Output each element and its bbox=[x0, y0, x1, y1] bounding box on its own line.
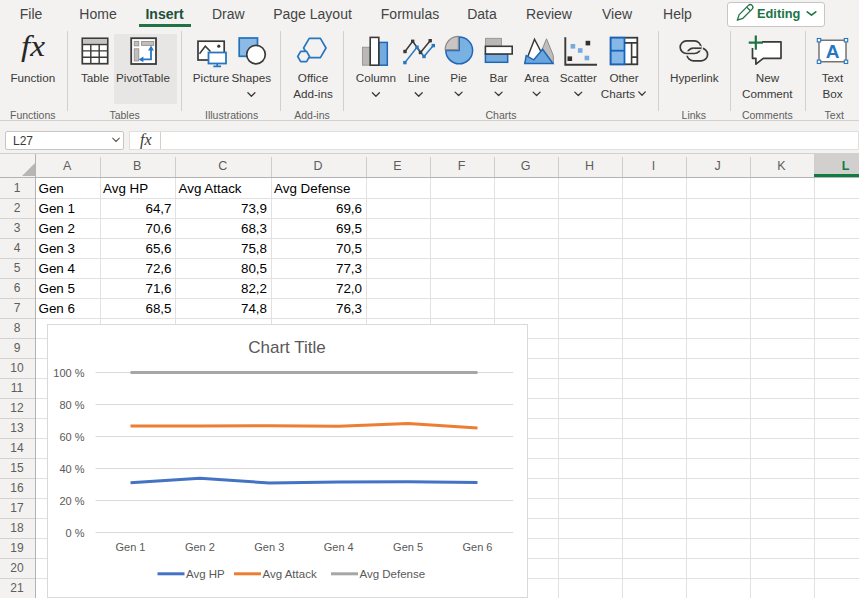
svg-text:Avg Defense: Avg Defense bbox=[359, 568, 425, 580]
svg-text:100 %: 100 % bbox=[53, 367, 84, 379]
svg-text:80 %: 80 % bbox=[59, 399, 84, 411]
svg-text:Gen 6: Gen 6 bbox=[462, 541, 492, 553]
svg-text:Gen 1: Gen 1 bbox=[115, 541, 145, 553]
svg-text:20 %: 20 % bbox=[59, 495, 84, 507]
svg-text:60 %: 60 % bbox=[59, 431, 84, 443]
svg-text:40 %: 40 % bbox=[59, 463, 84, 475]
svg-text:Gen 2: Gen 2 bbox=[184, 541, 214, 553]
svg-text:Gen 3: Gen 3 bbox=[254, 541, 284, 553]
svg-text:0 %: 0 % bbox=[65, 527, 84, 539]
svg-text:Avg Attack: Avg Attack bbox=[262, 568, 316, 580]
svg-text:Gen 4: Gen 4 bbox=[323, 541, 353, 553]
svg-text:Gen 5: Gen 5 bbox=[393, 541, 423, 553]
svg-text:Chart Title: Chart Title bbox=[248, 338, 325, 357]
svg-text:Avg HP: Avg HP bbox=[186, 568, 225, 580]
